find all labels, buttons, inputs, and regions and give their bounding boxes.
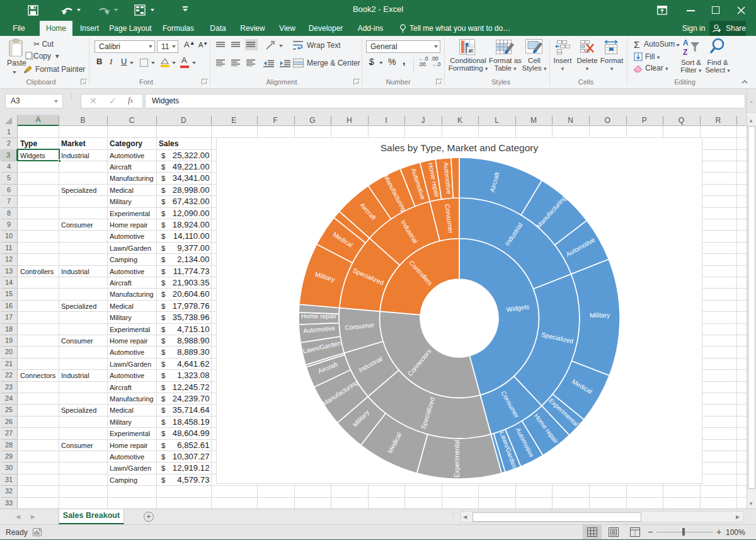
svg-text:Experimental: Experimental: [454, 440, 461, 477]
svg-text:Military: Military: [590, 312, 610, 319]
svg-text:Home repair: Home repair: [301, 313, 337, 319]
svg-text:A: A: [683, 38, 689, 47]
svg-text:Z: Z: [683, 48, 687, 57]
